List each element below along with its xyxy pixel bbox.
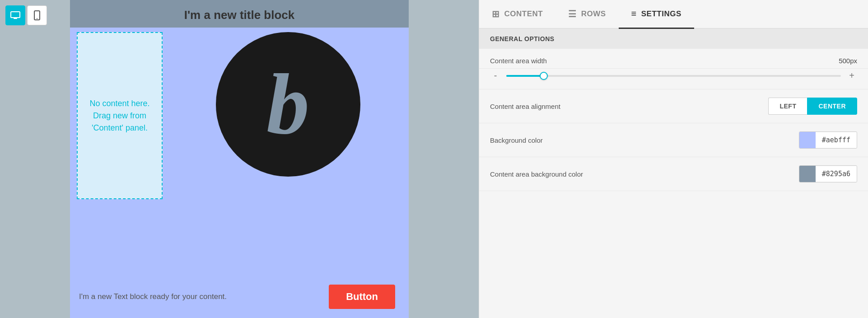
logo-area: b: [167, 28, 409, 181]
svg-point-3: [37, 18, 37, 19]
width-slider-row: - +: [479, 69, 868, 89]
content-bg-color-swatch-group[interactable]: #8295a6: [799, 165, 857, 182]
device-toolbar: [5, 5, 47, 25]
background-color-hex: #aebfff: [816, 132, 857, 148]
content-row: No content here. Drag new from 'Content'…: [70, 28, 409, 277]
text-block: I'm a new Text block ready for your cont…: [79, 292, 227, 301]
slider-track[interactable]: [506, 75, 841, 77]
content-tab-label: CONTENT: [504, 9, 543, 19]
panel-body: GENERAL OPTIONS Content area width 500px…: [479, 29, 868, 318]
svg-rect-1: [14, 18, 17, 19]
background-color-label: Background color: [490, 136, 543, 144]
title-block: I'm a new title block: [70, 0, 409, 28]
alignment-label: Content area alignment: [490, 103, 560, 110]
rows-tab-icon: ☰: [568, 9, 577, 19]
settings-tab-icon: ≡: [631, 9, 637, 19]
desktop-device-button[interactable]: [5, 5, 25, 25]
alignment-buttons: LEFT CENTER: [768, 98, 857, 115]
logo-letter: b: [266, 61, 309, 147]
content-bg-color-row: Content area background color #8295a6: [479, 157, 868, 191]
right-panel: ⊞ CONTENT ☰ ROWS ≡ SETTINGS GENERAL OPTI…: [479, 0, 868, 318]
slider-minus[interactable]: -: [490, 70, 501, 81]
content-area-width-row: Content area width 500px: [479, 49, 868, 69]
settings-tab-label: SETTINGS: [641, 9, 681, 19]
content-bg-color-hex: #8295a6: [816, 166, 857, 182]
rows-tab-label: ROWS: [581, 9, 606, 19]
tab-settings[interactable]: ≡ SETTINGS: [619, 0, 694, 29]
section-header: GENERAL OPTIONS: [479, 29, 868, 49]
align-left-button[interactable]: LEFT: [768, 98, 807, 115]
content-area-width-label: Content area width: [490, 57, 547, 65]
alignment-row: Content area alignment LEFT CENTER: [479, 89, 868, 123]
content-bg-color-label: Content area background color: [490, 170, 583, 178]
align-center-button[interactable]: CENTER: [807, 98, 857, 115]
content-bg-color-swatch: [799, 166, 816, 182]
bottom-row: I'm a new Text block ready for your cont…: [70, 277, 409, 318]
tab-rows[interactable]: ☰ ROWS: [555, 0, 618, 29]
title-text: I'm a new title block: [184, 8, 295, 22]
content-tab-icon: ⊞: [492, 9, 500, 19]
drop-zone-text: No content here. Drag new from 'Content'…: [87, 98, 153, 134]
logo-circle: b: [216, 32, 360, 177]
slider-thumb[interactable]: [540, 72, 548, 80]
panel-tabs: ⊞ CONTENT ☰ ROWS ≡ SETTINGS: [479, 0, 868, 29]
mobile-device-button[interactable]: [27, 5, 47, 25]
slider-plus[interactable]: +: [846, 70, 857, 81]
background-color-swatch-group[interactable]: #aebfff: [799, 131, 857, 149]
background-color-swatch: [799, 132, 816, 148]
background-color-row: Background color #aebfff: [479, 123, 868, 157]
canvas-area: I'm a new title block No content here. D…: [0, 0, 479, 318]
cta-button[interactable]: Button: [329, 285, 395, 309]
svg-rect-0: [11, 12, 20, 18]
page-wrapper: I'm a new title block No content here. D…: [70, 0, 409, 318]
drop-zone[interactable]: No content here. Drag new from 'Content'…: [77, 32, 163, 199]
tab-content[interactable]: ⊞ CONTENT: [479, 0, 555, 29]
content-area-width-value: 500px: [839, 57, 857, 65]
page-canvas: I'm a new title block No content here. D…: [70, 0, 409, 318]
